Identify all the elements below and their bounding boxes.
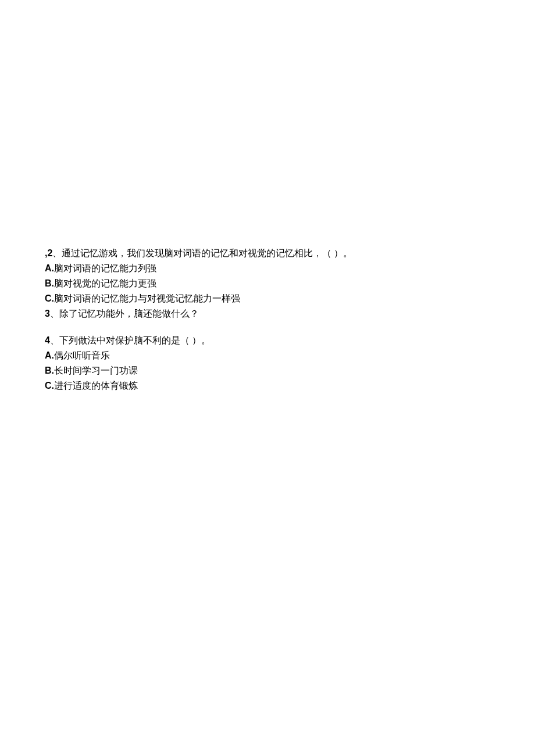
- separator: 、: [50, 309, 59, 318]
- option-b: B.脑对视觉的记忆能力更强: [45, 277, 483, 291]
- option-text-c: 脑对词语的记忆能力与对视觉记忆能力一样强: [54, 293, 240, 303]
- option-text-a: 脑对词语的记忆能力列强: [54, 263, 156, 273]
- option-label-b: B.: [45, 366, 54, 375]
- question-number-3: 3: [45, 309, 50, 318]
- option-a: A.脑对词语的记忆能力列强: [45, 261, 483, 275]
- question-number-4: 4: [45, 335, 50, 345]
- question-3-stem: 3、除了记忆功能外，脑还能做什么？: [45, 307, 483, 321]
- option-text-c: 进行适度的体育锻炼: [54, 381, 138, 390]
- option-text-b: 脑对视觉的记忆能力更强: [54, 278, 156, 288]
- option-a: A.偶尔听听音乐: [45, 349, 483, 363]
- question-text-tail: ）。: [192, 335, 211, 345]
- option-label-a: A.: [45, 350, 54, 360]
- document-content: ,2、通过记忆游戏，我们发现脑对词语的记忆和对视觉的记忆相比，（ ）。 A.脑对…: [0, 0, 535, 393]
- option-label-b: B.: [45, 278, 54, 288]
- separator: 、: [50, 335, 59, 345]
- separator: 、: [52, 248, 62, 258]
- option-label-a: A.: [45, 263, 54, 273]
- question-number-2: ,2: [45, 248, 52, 258]
- question-4-stem: 4、下列做法中对保护脑不利的是（ ）。: [45, 334, 483, 347]
- option-c: C.进行适度的体育锻炼: [45, 379, 483, 393]
- option-label-c: C.: [45, 293, 54, 303]
- option-b: B.长时间学习一门功课: [45, 364, 483, 378]
- question-text-tail: ）。: [334, 248, 352, 258]
- option-text-b: 长时间学习一门功课: [54, 366, 138, 375]
- option-c: C.脑对词语的记忆能力与对视觉记忆能力一样强: [45, 292, 483, 306]
- question-2-stem: ,2、通过记忆游戏，我们发现脑对词语的记忆和对视觉的记忆相比，（ ）。: [45, 246, 483, 260]
- question-text: 下列做法中对保护脑不利的是（: [59, 335, 190, 345]
- question-text: 通过记忆游戏，我们发现脑对词语的记忆和对视觉的记忆相比，（: [62, 248, 331, 258]
- option-text-a: 偶尔听听音乐: [54, 350, 110, 360]
- question-text: 除了记忆功能外，脑还能做什么？: [59, 309, 199, 318]
- option-label-c: C.: [45, 381, 54, 390]
